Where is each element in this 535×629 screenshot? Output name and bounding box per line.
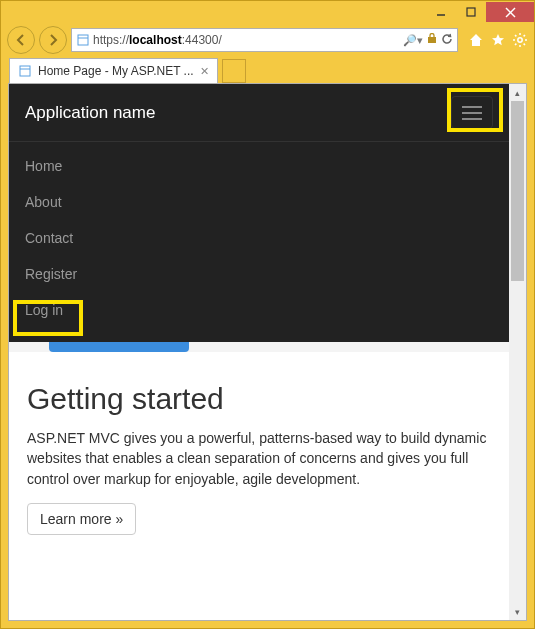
svg-rect-1 xyxy=(467,8,475,16)
svg-rect-4 xyxy=(78,35,88,45)
search-dropdown-icon[interactable]: 🔎▾ xyxy=(403,34,423,47)
forward-button[interactable] xyxy=(39,26,67,54)
learn-more-button[interactable]: Learn more » xyxy=(27,503,136,535)
refresh-button[interactable] xyxy=(441,33,453,48)
hamburger-bar-icon xyxy=(462,118,482,120)
svg-rect-8 xyxy=(20,66,30,76)
address-bar[interactable]: https://localhost:44300/ 🔎▾ xyxy=(71,28,458,52)
page-content: Application name Home About Contact Regi… xyxy=(9,84,509,620)
jumbotron-button-peek xyxy=(9,342,509,352)
favorites-icon[interactable] xyxy=(490,32,506,48)
navbar-toggle-button[interactable] xyxy=(451,96,493,129)
nav-item-contact[interactable]: Contact xyxy=(9,220,509,256)
address-text: https://localhost:44300/ xyxy=(93,33,400,47)
main-content: Getting started ASP.NET MVC gives you a … xyxy=(9,352,509,545)
home-icon[interactable] xyxy=(468,32,484,48)
hamburger-bar-icon xyxy=(462,106,482,108)
window-close-button[interactable] xyxy=(486,2,534,22)
tab-favicon xyxy=(18,64,32,78)
toolbar-icons xyxy=(462,32,528,48)
settings-icon[interactable] xyxy=(512,32,528,48)
window-maximize-button[interactable] xyxy=(456,2,486,22)
browser-window: https://localhost:44300/ 🔎▾ xyxy=(0,0,535,629)
window-titlebar xyxy=(1,1,534,23)
tab-close-button[interactable]: ✕ xyxy=(200,65,209,78)
section-heading: Getting started xyxy=(27,382,491,416)
vertical-scrollbar[interactable]: ▴ ▾ xyxy=(509,84,526,620)
back-button[interactable] xyxy=(7,26,35,54)
scroll-down-button[interactable]: ▾ xyxy=(509,603,526,620)
scroll-thumb[interactable] xyxy=(511,101,524,281)
tab-title: Home Page - My ASP.NET ... xyxy=(38,64,194,78)
browser-tab[interactable]: Home Page - My ASP.NET ... ✕ xyxy=(9,58,218,83)
hamburger-bar-icon xyxy=(462,112,482,114)
scroll-up-button[interactable]: ▴ xyxy=(509,84,526,101)
nav-item-register[interactable]: Register xyxy=(9,256,509,292)
page-viewport: Application name Home About Contact Regi… xyxy=(8,83,527,621)
nav-item-about[interactable]: About xyxy=(9,184,509,220)
lock-icon xyxy=(427,33,437,47)
navbar-header: Application name xyxy=(9,84,509,142)
navbar-menu: Home About Contact Register Log in xyxy=(9,142,509,342)
section-paragraph: ASP.NET MVC gives you a powerful, patter… xyxy=(27,428,491,489)
nav-item-home[interactable]: Home xyxy=(9,148,509,184)
new-tab-button[interactable] xyxy=(222,59,246,83)
svg-rect-6 xyxy=(428,37,436,43)
navbar-brand[interactable]: Application name xyxy=(25,103,155,123)
svg-point-7 xyxy=(518,38,522,42)
tab-strip: Home Page - My ASP.NET ... ✕ xyxy=(1,57,534,83)
browser-toolbar: https://localhost:44300/ 🔎▾ xyxy=(1,23,534,57)
app-navbar: Application name Home About Contact Regi… xyxy=(9,84,509,342)
site-icon xyxy=(76,33,90,47)
scroll-track[interactable] xyxy=(509,281,526,603)
window-minimize-button[interactable] xyxy=(426,2,456,22)
nav-item-login[interactable]: Log in xyxy=(9,292,509,328)
